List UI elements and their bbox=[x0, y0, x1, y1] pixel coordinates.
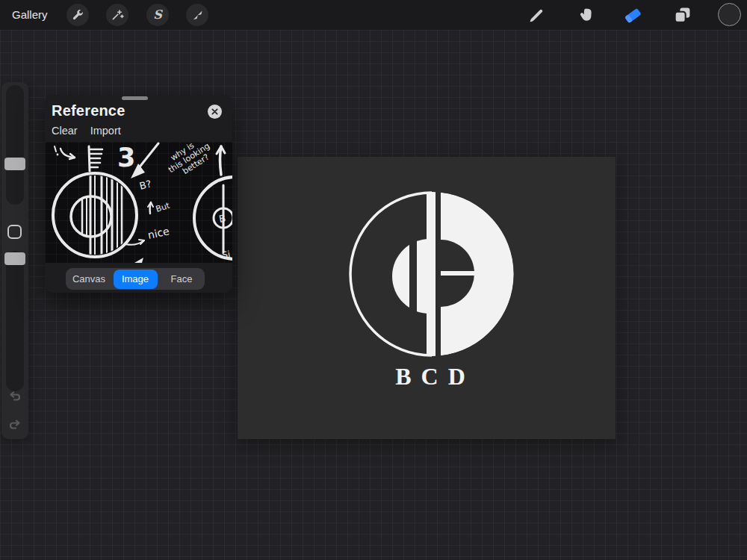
paint-tool-button[interactable] bbox=[527, 5, 546, 25]
sketch-nice-label: nice bbox=[146, 225, 170, 241]
sketch-si-label: Si bbox=[221, 249, 231, 261]
color-circle-icon[interactable] bbox=[718, 3, 741, 26]
adjustments-button[interactable] bbox=[106, 4, 128, 26]
smudge-icon bbox=[576, 6, 595, 25]
reference-title: Reference bbox=[52, 102, 125, 119]
sketch-but-label: But bbox=[155, 200, 172, 214]
undo-button[interactable] bbox=[7, 389, 22, 404]
layers-button[interactable] bbox=[672, 5, 692, 25]
sketch-b-question: B? bbox=[138, 178, 152, 192]
import-button[interactable]: Import bbox=[90, 125, 121, 137]
selection-button[interactable]: S bbox=[146, 4, 169, 26]
reference-actions: Clear Import bbox=[52, 125, 121, 137]
opacity-handle[interactable] bbox=[4, 252, 25, 265]
brush-size-handle[interactable] bbox=[4, 158, 25, 170]
tab-canvas[interactable]: Canvas bbox=[67, 270, 111, 289]
s-curve-icon: S bbox=[153, 9, 162, 21]
reference-panel: Reference Clear Import bbox=[45, 95, 232, 293]
transform-button[interactable] bbox=[186, 4, 208, 26]
clear-button[interactable]: Clear bbox=[52, 125, 78, 137]
wrench-icon bbox=[71, 8, 84, 22]
tab-face[interactable]: Face bbox=[160, 270, 204, 289]
drawing-canvas[interactable]: BCD bbox=[238, 157, 616, 439]
magic-wand-icon bbox=[111, 8, 124, 22]
transform-arrow-icon bbox=[191, 9, 204, 22]
procreate-app: Gallery S bbox=[0, 0, 747, 560]
reference-image[interactable]: 3 why is this looking better? B? bbox=[45, 142, 232, 263]
gallery-button[interactable]: Gallery bbox=[12, 0, 48, 30]
panel-drag-handle[interactable] bbox=[122, 96, 148, 100]
opacity-slider[interactable] bbox=[6, 251, 24, 391]
sketch-b-label: B bbox=[218, 213, 226, 225]
undo-icon bbox=[7, 389, 22, 404]
eraser-icon bbox=[623, 6, 642, 25]
redo-icon bbox=[7, 417, 22, 432]
close-icon bbox=[211, 108, 218, 115]
brush-icon bbox=[527, 6, 546, 25]
smudge-tool-button[interactable] bbox=[575, 5, 595, 25]
reference-sketch: 3 why is this looking better? B? bbox=[45, 142, 232, 263]
reference-tabs: Canvas Image Face bbox=[66, 268, 205, 290]
brush-size-slider[interactable] bbox=[6, 85, 24, 205]
actions-button[interactable] bbox=[66, 4, 89, 26]
layers-icon bbox=[673, 6, 692, 25]
brush-sidebar bbox=[1, 82, 28, 439]
top-toolbar: Gallery S bbox=[0, 0, 747, 30]
logo-text: BCD bbox=[356, 363, 505, 391]
redo-button[interactable] bbox=[7, 417, 22, 432]
erase-tool-button[interactable] bbox=[623, 5, 642, 25]
tab-image[interactable]: Image bbox=[114, 270, 158, 289]
close-button[interactable] bbox=[208, 105, 222, 119]
modify-button[interactable] bbox=[7, 225, 22, 239]
sketch-three-label: 3 bbox=[117, 143, 135, 172]
